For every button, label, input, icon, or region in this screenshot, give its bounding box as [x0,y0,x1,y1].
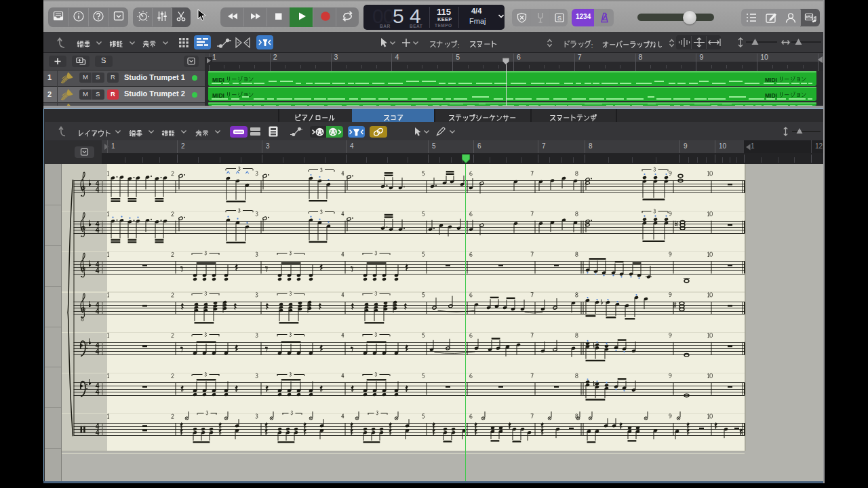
svg-text:S: S [557,14,561,22]
